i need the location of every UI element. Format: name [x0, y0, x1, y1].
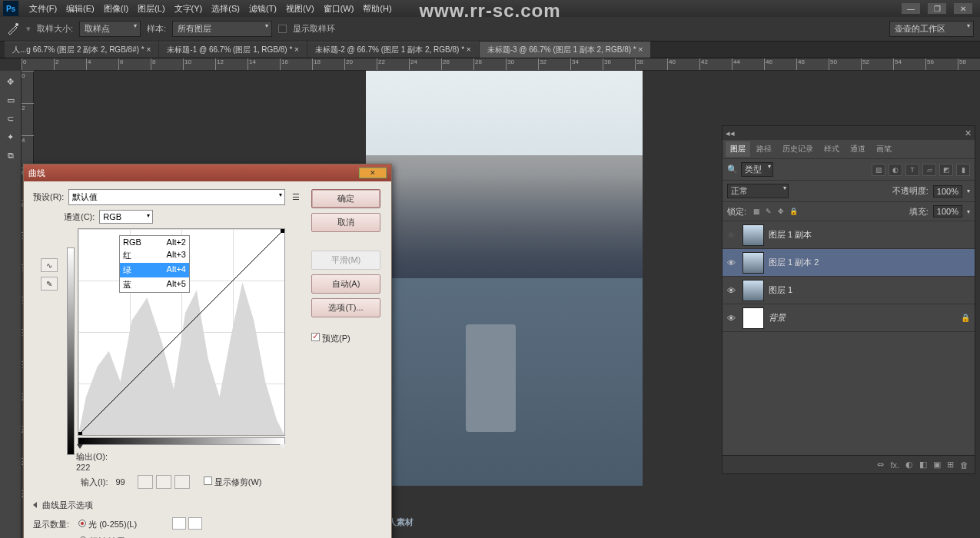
layer-name[interactable]: 图层 1: [769, 284, 792, 296]
layer-thumbnail[interactable]: [742, 252, 764, 274]
menu-item[interactable]: 图像(I): [99, 3, 133, 15]
filter-adjust-icon[interactable]: ◐: [889, 164, 902, 176]
filter-pixel-icon[interactable]: ▧: [872, 164, 885, 176]
document-tab[interactable]: 人...g 66.7% (图层 2 副本 2, RGB/8#) * ×: [5, 42, 158, 58]
minimize-button[interactable]: —: [902, 3, 920, 14]
gray-eyedropper[interactable]: [156, 475, 171, 489]
preview-checkbox[interactable]: [311, 333, 320, 341]
visibility-toggle[interactable]: 👁: [727, 231, 738, 240]
layer-name[interactable]: 图层 1 副本 2: [769, 257, 819, 268]
document-tab[interactable]: 未标题-2 @ 66.7% (图层 1 副本 2, RGB/8) * ×: [307, 42, 479, 58]
document-tabs: 人...g 66.7% (图层 2 副本 2, RGB/8#) * ×未标题-1…: [0, 42, 980, 58]
show-clipping-checkbox[interactable]: [204, 477, 212, 485]
grid-small-button[interactable]: [172, 517, 186, 530]
layer-row[interactable]: 👁图层 1 副本: [723, 221, 975, 249]
close-button[interactable]: ✕: [954, 3, 972, 14]
menu-item[interactable]: 视图(V): [281, 3, 319, 15]
workspace-dropdown[interactable]: 壶壶的工作区: [889, 21, 974, 37]
expand-icon[interactable]: [33, 502, 37, 508]
layer-row[interactable]: 👁图层 1: [723, 277, 975, 304]
menu-item[interactable]: 文字(Y): [170, 3, 208, 15]
filter-toggle[interactable]: ▮: [956, 164, 970, 176]
white-eyedropper[interactable]: [174, 475, 190, 489]
auto-button[interactable]: 自动(A): [311, 274, 380, 294]
channel-option[interactable]: 绿Alt+4: [120, 263, 189, 277]
panel-header[interactable]: ◂◂✕: [723, 126, 975, 140]
panel-tab[interactable]: 图层: [726, 141, 750, 157]
panel-footer-button[interactable]: ◐: [905, 460, 913, 470]
channel-option[interactable]: RGBAlt+2: [120, 236, 189, 248]
menu-host: 文件(F)编辑(E)图像(I)图层(L)文字(Y)选择(S)滤镜(T)视图(V)…: [25, 3, 397, 15]
ruler-tick: 0: [22, 71, 34, 79]
sample-size-dropdown[interactable]: 取样点: [79, 21, 141, 37]
svg-rect-3: [281, 229, 284, 233]
document-tab[interactable]: 未标题-3 @ 66.7% (图层 1 副本 2, RGB/8) * ×: [480, 42, 651, 58]
show-ring-checkbox[interactable]: [278, 25, 287, 33]
preset-dropdown[interactable]: 默认值: [68, 189, 285, 205]
menu-item[interactable]: 编辑(E): [61, 3, 99, 15]
white-point-slider[interactable]: [280, 444, 286, 449]
panel-footer-button[interactable]: ◧: [919, 460, 927, 470]
layer-name[interactable]: 图层 1 副本: [769, 229, 812, 241]
visibility-toggle[interactable]: 👁: [727, 314, 738, 323]
filter-type-dropdown[interactable]: 类型: [741, 162, 773, 177]
sample-layers-dropdown[interactable]: 所有图层: [172, 21, 272, 37]
menu-item[interactable]: 窗口(W): [319, 3, 359, 15]
ok-button[interactable]: 确定: [311, 189, 380, 208]
move-tool[interactable]: ✥: [2, 73, 20, 90]
panel-footer-button[interactable]: ▣: [933, 460, 941, 470]
filter-shape-icon[interactable]: ▱: [922, 164, 936, 176]
menu-item[interactable]: 帮助(H): [358, 3, 396, 15]
blend-mode-dropdown[interactable]: 正常: [727, 184, 789, 198]
channel-option[interactable]: 蓝Alt+5: [120, 277, 189, 292]
visibility-toggle[interactable]: 👁: [727, 286, 738, 295]
lock-all-icon[interactable]: 🔒: [788, 206, 799, 217]
panel-footer-button[interactable]: ⇔: [877, 460, 884, 470]
lock-pixels-icon[interactable]: ✎: [763, 206, 774, 217]
document-canvas[interactable]: [366, 71, 643, 486]
panel-tab[interactable]: 样式: [819, 141, 844, 157]
menu-item[interactable]: 图层(L): [133, 3, 169, 15]
filter-smart-icon[interactable]: ◩: [939, 164, 953, 176]
layer-thumbnail[interactable]: [742, 224, 764, 246]
opacity-value[interactable]: 100%: [933, 185, 962, 198]
maximize-button[interactable]: ❐: [928, 3, 946, 14]
fill-value[interactable]: 100%: [933, 205, 962, 218]
options-button[interactable]: 选项(T)...: [311, 298, 380, 317]
layer-thumbnail[interactable]: [742, 280, 764, 301]
layer-row[interactable]: 👁背景🔒: [723, 304, 975, 332]
curve-pencil-tool[interactable]: ✎: [41, 277, 58, 291]
panel-footer-button[interactable]: fx.: [890, 460, 899, 470]
filter-type-icon[interactable]: T: [905, 164, 919, 176]
visibility-toggle[interactable]: 👁: [727, 258, 738, 267]
crop-tool[interactable]: ⧉: [2, 147, 20, 164]
document-tab[interactable]: 未标题-1 @ 66.7% (图层 1, RGB/8) * ×: [159, 42, 307, 58]
channel-option[interactable]: 红Alt+3: [120, 248, 189, 263]
panel-tab[interactable]: 画笔: [872, 141, 896, 157]
layer-row[interactable]: 👁图层 1 副本 2: [723, 249, 975, 277]
grid-large-button[interactable]: [188, 517, 202, 530]
lasso-tool[interactable]: ⊂: [2, 110, 20, 127]
menu-item[interactable]: 文件(F): [25, 3, 61, 15]
marquee-tool[interactable]: ▭: [2, 91, 20, 108]
layer-name[interactable]: 背景: [769, 312, 786, 324]
black-eyedropper[interactable]: [138, 475, 153, 489]
cancel-button[interactable]: 取消: [311, 213, 380, 232]
panel-tab[interactable]: 路径: [752, 141, 776, 157]
panel-footer-button[interactable]: ⊞: [947, 460, 954, 470]
lock-transparent-icon[interactable]: ▩: [751, 206, 762, 217]
panel-tab[interactable]: 历史记录: [778, 141, 818, 157]
dialog-titlebar[interactable]: 曲线 ✕: [24, 164, 391, 181]
dialog-close-button[interactable]: ✕: [359, 168, 387, 178]
menu-item[interactable]: 滤镜(T): [244, 3, 281, 15]
light-radio[interactable]: [78, 520, 86, 527]
wand-tool[interactable]: ✦: [2, 128, 20, 145]
layer-thumbnail[interactable]: [742, 307, 764, 329]
black-point-slider[interactable]: [77, 444, 83, 449]
curve-point-tool[interactable]: ∿: [41, 258, 58, 272]
channel-dropdown[interactable]: RGB: [99, 210, 153, 224]
lock-position-icon[interactable]: ✥: [776, 206, 786, 217]
panel-tab[interactable]: 通道: [845, 141, 870, 157]
panel-footer-button[interactable]: 🗑: [960, 460, 968, 470]
menu-item[interactable]: 选择(S): [207, 3, 244, 15]
